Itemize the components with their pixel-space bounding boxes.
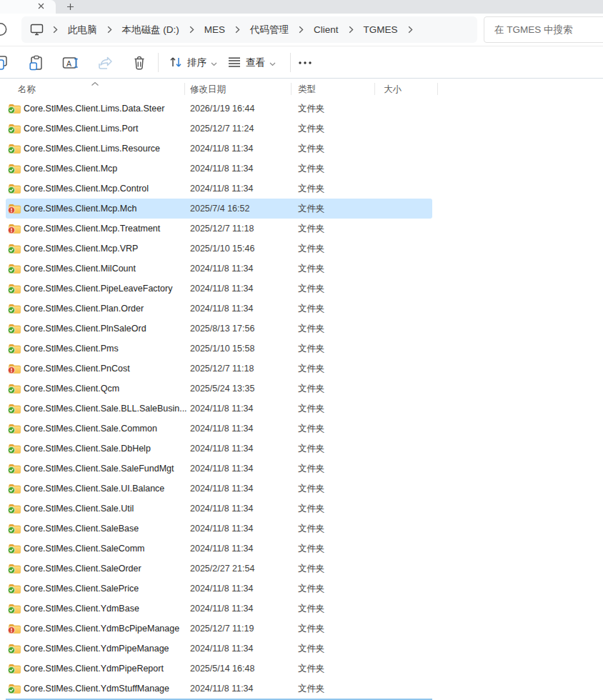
table-row[interactable]: Core.StlMes.Client.Sale.DbHelp2024/11/8 … [0, 439, 603, 459]
delete-icon[interactable] [129, 52, 150, 74]
folder-name[interactable]: Core.StlMes.Client.Lims.Data.Steer [24, 99, 164, 119]
folder-name[interactable]: Core.StlMes.Client.Lims.Resource [24, 139, 160, 159]
column-header-name[interactable]: 名称 [18, 84, 36, 96]
folder-name[interactable]: Core.StlMes.Client.YdmPipeManage [24, 639, 169, 659]
new-tab-icon[interactable] [64, 1, 76, 12]
folder-name[interactable]: Core.StlMes.Client.PipeLeaveFactory [24, 279, 172, 299]
chevron-down-icon [269, 58, 276, 69]
folder-name[interactable]: Core.StlMes.Client.YdmPipeReport [24, 659, 164, 679]
folder-name[interactable]: Core.StlMes.Client.YdmStuffManage [24, 679, 169, 699]
folder-name[interactable]: Core.StlMes.Client.YdmBcPipeManage [24, 619, 179, 639]
folder-name[interactable]: Core.StlMes.Client.YdmBase [24, 599, 139, 619]
date-modified: 2025/12/7 11:19 [190, 619, 254, 639]
table-row[interactable]: Core.StlMes.Client.PnCost2025/12/7 11:18… [0, 359, 603, 379]
copy-icon[interactable] [0, 52, 11, 74]
folder-name[interactable]: Core.StlMes.Client.SalePrice [24, 579, 139, 599]
tab-close-icon[interactable] [36, 1, 46, 11]
table-row[interactable]: Core.StlMes.Client.PipeLeaveFactory2024/… [0, 279, 603, 299]
table-row[interactable]: Core.StlMes.Client.Mcp.VRP2025/1/10 15:4… [0, 239, 603, 259]
refresh-icon[interactable] [0, 21, 10, 39]
folder-ok-overlay-icon [8, 402, 21, 414]
folder-name[interactable]: Core.StlMes.Client.Mcp.Control [24, 179, 149, 199]
table-row[interactable]: Core.StlMes.Client.Mcp.Mch2025/7/4 16:52… [0, 199, 603, 219]
table-row[interactable]: Core.StlMes.Client.PlnSaleOrd2025/8/13 1… [0, 319, 603, 339]
column-separator[interactable] [184, 83, 185, 95]
item-type: 文件夹 [298, 379, 325, 399]
breadcrumb-item[interactable]: TGMES [360, 24, 402, 35]
column-header-date[interactable]: 修改日期 [190, 84, 226, 96]
table-row[interactable]: Core.StlMes.Client.SalePrice2024/11/8 11… [0, 579, 603, 599]
breadcrumb-item[interactable]: 此电脑 [64, 24, 101, 36]
folder-name[interactable]: Core.StlMes.Client.Mcp.Mch [24, 199, 136, 219]
table-row[interactable]: Core.StlMes.Client.YdmStuffManage2024/11… [0, 679, 603, 699]
address-bar[interactable]: 此电脑本地磁盘 (D:)MES代码管理ClientTGMES [21, 16, 477, 43]
item-type: 文件夹 [298, 619, 325, 639]
paste-icon[interactable] [26, 52, 47, 74]
table-row[interactable]: Core.StlMes.Client.Sale.SaleFundMgt2024/… [0, 459, 603, 479]
folder-name[interactable]: Core.StlMes.Client.Lims.Port [24, 119, 138, 139]
table-row[interactable]: Core.StlMes.Client.Plan.Order2024/11/8 1… [0, 299, 603, 319]
folder-name[interactable]: Core.StlMes.Client.Sale.SaleFundMgt [24, 459, 174, 479]
share-icon[interactable] [94, 52, 116, 74]
table-row[interactable]: Core.StlMes.Client.YdmBase2024/11/8 11:3… [0, 599, 603, 619]
table-row[interactable]: Core.StlMes.Client.Sale.BLL.SaleBusin...… [0, 399, 603, 419]
folder-name[interactable]: Core.StlMes.Client.Pms [24, 339, 119, 359]
column-separator[interactable] [374, 83, 375, 95]
date-modified: 2024/11/8 11:34 [190, 439, 254, 459]
breadcrumb-item[interactable]: Client [310, 24, 342, 35]
column-separator[interactable] [291, 83, 291, 95]
table-row[interactable]: Core.StlMes.Client.Lims.Data.Steer2026/1… [0, 99, 603, 119]
table-row[interactable]: Core.StlMes.Client.YdmPipeReport2025/5/1… [0, 659, 603, 679]
folder-name[interactable]: Core.StlMes.Client.SaleBase [24, 519, 139, 539]
table-row[interactable]: Core.StlMes.Client.YdmBcPipeManage2025/1… [0, 619, 603, 639]
breadcrumb-chevron-icon[interactable] [408, 26, 413, 34]
view-button[interactable]: 查看 [224, 52, 279, 74]
table-row[interactable]: Core.StlMes.Client.SaleBase2024/11/8 11:… [0, 519, 603, 539]
folder-name[interactable]: Core.StlMes.Client.SaleComm [24, 539, 145, 559]
breadcrumb-item[interactable]: MES [201, 24, 229, 35]
folder-name[interactable]: Core.StlMes.Client.Sale.Util [24, 499, 134, 519]
breadcrumb-item[interactable]: 本地磁盘 (D:) [119, 24, 183, 36]
table-row[interactable]: Core.StlMes.Client.Sale.Common2024/11/8 … [0, 419, 603, 439]
rename-icon[interactable]: A [60, 52, 81, 74]
column-separator[interactable] [437, 83, 438, 95]
item-type: 文件夹 [298, 499, 325, 519]
search-input[interactable]: 在 TGMES 中搜索 [484, 16, 603, 43]
more-icon[interactable] [294, 52, 316, 74]
table-row[interactable]: Core.StlMes.Client.Lims.Port2025/12/7 11… [0, 119, 603, 139]
table-row[interactable]: Core.StlMes.Client.Pms2025/1/10 15:58文件夹 [0, 339, 603, 359]
table-row[interactable]: Core.StlMes.Client.Lims.Resource2024/11/… [0, 139, 603, 159]
folder-name[interactable]: Core.StlMes.Client.MilCount [24, 259, 136, 279]
column-header-type[interactable]: 类型 [298, 84, 316, 96]
folder-name[interactable]: Core.StlMes.Client.Sale.Common [24, 419, 157, 439]
table-row[interactable]: Core.StlMes.Client.Mcp.Control2024/11/8 … [0, 179, 603, 199]
date-modified: 2025/5/14 16:48 [190, 659, 254, 679]
table-row[interactable]: Core.StlMes.Client.MilCount2024/11/8 11:… [0, 259, 603, 279]
folder-name[interactable]: Core.StlMes.Client.SaleOrder [24, 559, 141, 579]
date-modified: 2024/11/8 11:34 [190, 519, 254, 539]
folder-ok-overlay-icon [8, 642, 21, 654]
folder-name[interactable]: Core.StlMes.Client.Sale.UI.Balance [24, 479, 164, 499]
breadcrumb-item[interactable]: 代码管理 [246, 24, 292, 36]
folder-name[interactable]: Core.StlMes.Client.Qcm [24, 379, 119, 399]
table-row[interactable]: Core.StlMes.Client.Sale.UI.Balance2024/1… [0, 479, 603, 499]
table-row[interactable]: Core.StlMes.Client.Mcp.Treatment2025/12/… [0, 219, 603, 239]
folder-name[interactable]: Core.StlMes.Client.Sale.BLL.SaleBusin... [24, 399, 187, 419]
date-modified: 2024/11/8 11:34 [190, 599, 254, 619]
folder-name[interactable]: Core.StlMes.Client.Mcp [24, 159, 117, 179]
table-row[interactable]: Core.StlMes.Client.YdmPipeManage2024/11/… [0, 639, 603, 659]
table-row[interactable]: Core.StlMes.Client.Mcp2024/11/8 11:34文件夹 [0, 159, 603, 179]
explorer-tab[interactable] [0, 0, 56, 14]
folder-name[interactable]: Core.StlMes.Client.PlnSaleOrd [24, 319, 146, 339]
table-row[interactable]: Core.StlMes.Client.SaleOrder2025/2/27 21… [0, 559, 603, 579]
folder-name[interactable]: Core.StlMes.Client.Plan.Order [24, 299, 144, 319]
sort-button[interactable]: 排序 [166, 52, 220, 74]
table-row[interactable]: Core.StlMes.Client.SaleComm2024/11/8 11:… [0, 539, 603, 559]
table-row[interactable]: Core.StlMes.Client.Qcm2025/5/24 13:35文件夹 [0, 379, 603, 399]
folder-name[interactable]: Core.StlMes.Client.PnCost [24, 359, 130, 379]
column-header-size[interactable]: 大小 [384, 84, 402, 96]
folder-name[interactable]: Core.StlMes.Client.Sale.DbHelp [24, 439, 151, 459]
folder-name[interactable]: Core.StlMes.Client.Mcp.Treatment [24, 219, 160, 239]
table-row[interactable]: Core.StlMes.Client.Sale.Util2024/11/8 11… [0, 499, 603, 519]
folder-name[interactable]: Core.StlMes.Client.Mcp.VRP [24, 239, 138, 259]
